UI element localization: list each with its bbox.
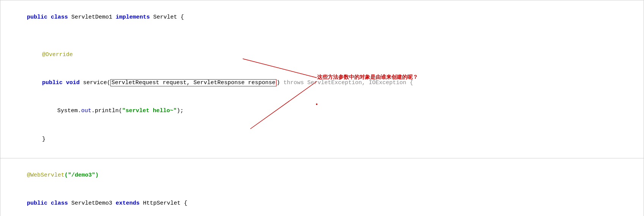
keyword: class (51, 200, 71, 207)
keyword: public (42, 80, 66, 86)
code-text: } (42, 136, 46, 142)
code-text: System. (57, 108, 81, 114)
code-line: public class ServletDemo1 implements Ser… (6, 3, 638, 31)
throws-keyword: throws (283, 80, 307, 86)
code-text: HttpServlet { (143, 200, 187, 207)
string-literal: ("/demo3") (64, 172, 99, 178)
bottom-code-block: @WebServlet("/demo3") public class Servl… (0, 158, 644, 216)
code-text: ) (276, 80, 283, 86)
code-line: System.out.println("servlet hello~"); (6, 97, 638, 125)
keyword: public (27, 200, 51, 207)
annotation: @Override (42, 52, 73, 58)
string-literal: "servlet hello~" (122, 108, 177, 114)
code-text: ServletDemo1 (71, 14, 116, 20)
boxed-params: ServletRequest request, ServletResponse … (110, 79, 276, 86)
keyword: public (27, 14, 51, 20)
code-line: public class ServletDemo3 extends HttpSe… (6, 189, 638, 216)
main-container: public class ServletDemo1 implements Ser… (0, 0, 644, 216)
keyword: extends (116, 200, 143, 207)
code-line: } (6, 125, 638, 153)
annotation-note: 这些方法参数中的对象是由谁来创建的呢？ (317, 73, 418, 81)
keyword: class (51, 14, 71, 20)
code-text: Servlet { (153, 14, 184, 20)
code-line (6, 31, 638, 41)
keyword: implements (116, 14, 153, 20)
code-line: @Override (6, 41, 638, 69)
code-line: @WebServlet("/demo3") (6, 161, 638, 189)
code-text: ServletDemo3 (71, 200, 116, 207)
code-text: ); (177, 108, 184, 114)
code-text: out (81, 108, 91, 114)
keyword: void (66, 80, 83, 86)
annotation: @WebServlet (27, 172, 64, 178)
code-text: service( (83, 80, 110, 86)
code-text: .println( (91, 108, 122, 114)
